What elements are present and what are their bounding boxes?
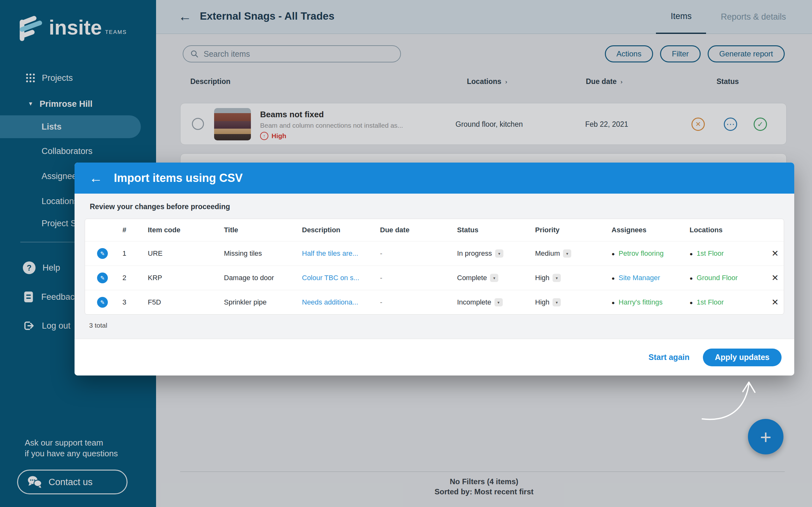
bullet-icon: ● (612, 300, 615, 306)
row-assignee[interactable]: Harry's fittings (618, 298, 663, 306)
edit-icon[interactable]: ✎ (97, 273, 108, 283)
chevron-down-icon: ▾ (495, 249, 503, 258)
row-item-code: F5D (145, 298, 221, 306)
row-number: 2 (120, 274, 145, 282)
row-description-link[interactable]: Colour TBC on s... (299, 274, 377, 282)
chevron-down-icon: ▾ (495, 298, 503, 306)
remove-row-icon[interactable]: ✕ (771, 273, 779, 283)
priority-dropdown[interactable]: Medium▾ (535, 249, 571, 258)
col-number: # (120, 226, 145, 234)
edit-icon[interactable]: ✎ (97, 297, 108, 308)
modal-title: Import items using CSV (114, 171, 243, 185)
row-description-link[interactable]: Needs additiona... (299, 298, 377, 306)
row-title: Sprinkler pipe (221, 298, 299, 306)
csv-row: ✎ 2 KRP Damage to door Colour TBC on s..… (85, 266, 784, 290)
col-title: Title (221, 226, 299, 234)
start-again-button[interactable]: Start again (649, 353, 690, 362)
row-title: Missing tiles (221, 249, 299, 258)
status-dropdown[interactable]: In progress▾ (457, 249, 503, 258)
chevron-down-icon: ▾ (563, 249, 571, 258)
app-root: insite TEAMS Projects ▼ Primrose Hill Li… (0, 0, 812, 507)
csv-preview-table: # Item code Title Description Due date S… (85, 219, 784, 315)
remove-row-icon[interactable]: ✕ (771, 248, 779, 259)
row-due-date: - (377, 249, 455, 258)
chevron-down-icon: ▾ (490, 274, 498, 282)
row-count: 3 total (89, 322, 784, 329)
row-location[interactable]: 1st Floor (697, 249, 724, 257)
row-title: Damage to door (221, 274, 299, 282)
col-item-code: Item code (145, 226, 221, 234)
remove-row-icon[interactable]: ✕ (771, 297, 779, 307)
row-due-date: - (377, 274, 455, 282)
col-priority: Priority (532, 226, 609, 234)
csv-table-header: # Item code Title Description Due date S… (85, 219, 784, 241)
col-description: Description (299, 226, 377, 234)
row-assignee[interactable]: Site Manager (618, 274, 660, 282)
row-item-code: URE (145, 249, 221, 258)
modal-header: ← Import items using CSV (74, 163, 794, 193)
chevron-down-icon: ▾ (553, 274, 561, 282)
row-due-date: - (377, 298, 455, 306)
csv-row: ✎ 3 F5D Sprinkler pipe Needs additiona..… (85, 290, 784, 314)
bullet-icon: ● (612, 251, 615, 257)
col-assignees: Assignees (609, 226, 687, 234)
edit-icon[interactable]: ✎ (97, 248, 108, 259)
modal-body: Review your changes before proceeding # … (74, 193, 794, 339)
row-item-code: KRP (145, 274, 221, 282)
modal-subtitle: Review your changes before proceeding (90, 203, 784, 211)
apply-updates-button[interactable]: Apply updates (703, 349, 781, 366)
chevron-down-icon: ▾ (553, 298, 561, 306)
csv-row: ✎ 1 URE Missing tiles Half the tiles are… (85, 241, 784, 266)
bullet-icon: ● (612, 275, 615, 281)
row-location[interactable]: 1st Floor (697, 298, 724, 306)
bullet-icon: ● (690, 275, 693, 281)
bullet-icon: ● (690, 251, 693, 257)
bullet-icon: ● (690, 300, 693, 306)
modal-footer: Start again Apply updates (74, 339, 794, 376)
status-dropdown[interactable]: Complete▾ (457, 274, 498, 282)
row-location[interactable]: Ground Floor (697, 274, 738, 282)
priority-dropdown[interactable]: High▾ (535, 274, 561, 282)
row-description-link[interactable]: Half the tiles are... (299, 249, 377, 258)
row-number: 3 (120, 298, 145, 306)
row-number: 1 (120, 249, 145, 258)
status-dropdown[interactable]: Incomplete▾ (457, 298, 503, 306)
row-assignee[interactable]: Petrov flooring (618, 249, 664, 257)
col-locations: Locations (687, 226, 766, 234)
col-due-date: Due date (377, 226, 455, 234)
priority-dropdown[interactable]: High▾ (535, 298, 561, 306)
modal-back-icon[interactable]: ← (89, 170, 102, 186)
col-status: Status (455, 226, 532, 234)
import-csv-modal: ← Import items using CSV Review your cha… (74, 163, 794, 376)
